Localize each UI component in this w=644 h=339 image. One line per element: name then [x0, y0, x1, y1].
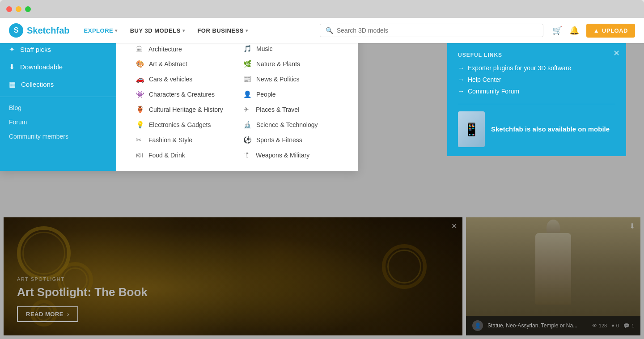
- music-icon: 🎵: [243, 45, 252, 53]
- download-icon: ⬇: [9, 63, 15, 71]
- cars-icon: 🚗: [136, 75, 144, 83]
- useful-links-panel: ✕ USEFUL LINKS → Exporter plugins for yo…: [447, 43, 626, 156]
- cat-science-technology[interactable]: 🔬 Science & Technology: [237, 118, 344, 132]
- upload-icon: ▲: [593, 27, 599, 34]
- nature-icon: 🌿: [243, 60, 252, 68]
- close-button[interactable]: [6, 6, 12, 12]
- cart-icon[interactable]: 🛒: [552, 25, 562, 35]
- logo-text: Sketchfab: [27, 25, 70, 36]
- collections-icon: ▦: [9, 80, 16, 89]
- art-icon: 🎨: [136, 60, 144, 68]
- cat-food-drink[interactable]: 🍽 Food & Drink: [130, 148, 237, 162]
- minimize-button[interactable]: [16, 6, 21, 12]
- places-icon: ✈: [243, 106, 251, 114]
- search-input[interactable]: [337, 27, 538, 34]
- useful-link-community[interactable]: → Community Forum: [458, 88, 615, 95]
- cat-music[interactable]: 🎵 Music: [237, 42, 344, 56]
- cat-sports-fitness[interactable]: ⚽ Sports & Fitness: [237, 133, 344, 147]
- logo[interactable]: S Sketchfab: [9, 23, 70, 38]
- notifications-icon[interactable]: 🔔: [569, 25, 579, 35]
- useful-links-title: USEFUL LINKS: [458, 52, 615, 58]
- weapons-icon: 🗡: [243, 151, 251, 159]
- chevron-down-icon: ▾: [246, 28, 248, 33]
- mobile-screenshot: [458, 111, 485, 147]
- navbar: S Sketchfab EXPLORE ▾ BUY 3D MODELS ▾ FO…: [0, 18, 644, 43]
- characters-icon: 👾: [136, 90, 144, 98]
- sidebar-link-community[interactable]: Community members: [0, 129, 116, 144]
- electronics-icon: 💡: [136, 121, 144, 129]
- mobile-ad: Sketchfab is also available on mobile: [458, 104, 615, 147]
- cat-cultural-heritage[interactable]: 🏺 Cultural Heritage & History: [130, 102, 237, 117]
- chevron-down-icon: ▾: [115, 28, 118, 33]
- cat-architecture[interactable]: 🏛 Architecture: [130, 42, 237, 56]
- search-bar[interactable]: 🔍: [320, 24, 543, 37]
- window-chrome: [0, 0, 644, 18]
- news-icon: 📰: [243, 75, 252, 83]
- useful-link-exporter[interactable]: → Exporter plugins for your 3D software: [458, 64, 615, 72]
- nav-buy-3d-models[interactable]: BUY 3D MODELS ▾: [125, 24, 191, 38]
- arrow-icon: →: [458, 88, 464, 95]
- upload-button[interactable]: ▲ UPLOAD: [586, 24, 635, 38]
- cat-people[interactable]: 👤 People: [237, 87, 344, 102]
- heritage-icon: 🏺: [136, 106, 144, 114]
- fashion-icon: ✂: [136, 136, 144, 144]
- cat-characters-creatures[interactable]: 👾 Characters & Creatures: [130, 87, 237, 102]
- architecture-icon: 🏛: [136, 45, 144, 53]
- food-icon: 🍽: [136, 151, 144, 159]
- cat-electronics[interactable]: 💡 Electronics & Gadgets: [130, 118, 237, 132]
- science-icon: 🔬: [243, 121, 252, 129]
- sidebar-link-blog[interactable]: Blog: [0, 101, 116, 115]
- main-window: S Sketchfab EXPLORE ▾ BUY 3D MODELS ▾ FO…: [0, 18, 644, 339]
- sports-icon: ⚽: [243, 136, 252, 144]
- cat-fashion[interactable]: ✂ Fashion & Style: [130, 133, 237, 147]
- people-icon: 👤: [243, 90, 252, 98]
- sidebar-item-collections[interactable]: ▦ Collections: [0, 76, 116, 93]
- sidebar-link-forum[interactable]: Forum: [0, 115, 116, 129]
- category-column-2: 🛋 Furniture & Home 🎵 Music 🌿 Nature & Pl…: [237, 27, 344, 162]
- useful-link-help[interactable]: → Help Center: [458, 76, 615, 83]
- nav-links: EXPLORE ▾ BUY 3D MODELS ▾ FOR BUSINESS ▾: [79, 24, 311, 38]
- chevron-down-icon: ▾: [182, 28, 185, 33]
- cat-news-politics[interactable]: 📰 News & Politics: [237, 72, 344, 86]
- nav-actions: 🛒 🔔 ▲ UPLOAD: [552, 24, 635, 38]
- sidebar-divider: [0, 97, 116, 97]
- nav-explore[interactable]: EXPLORE ▾: [79, 24, 123, 38]
- nav-for-business[interactable]: FOR BUSINESS ▾: [192, 24, 253, 38]
- cat-cars-vehicles[interactable]: 🚗 Cars & vehicles: [130, 72, 237, 86]
- arrow-icon: →: [458, 64, 464, 72]
- maximize-button[interactable]: [25, 6, 31, 12]
- staff-picks-icon: ✦: [9, 45, 15, 54]
- search-icon: 🔍: [326, 27, 333, 34]
- arrow-icon: →: [458, 76, 464, 83]
- sidebar-item-downloadable[interactable]: ⬇ Downloadable: [0, 58, 116, 76]
- cat-places-travel[interactable]: ✈ Places & Travel: [237, 102, 344, 117]
- logo-icon: S: [9, 23, 23, 38]
- cat-art-abstract[interactable]: 🎨 Art & Abstract: [130, 57, 237, 71]
- category-column-1: 🐾 Animals & Pets 🏛 Architecture 🎨 Art & …: [130, 27, 237, 162]
- cat-nature-plants[interactable]: 🌿 Nature & Plants: [237, 57, 344, 71]
- mobile-ad-text: Sketchfab is also available on mobile: [491, 125, 610, 134]
- sidebar-item-staff-picks[interactable]: ✦ Staff picks: [0, 41, 116, 58]
- cat-weapons-military[interactable]: 🗡 Weapons & Military: [237, 148, 344, 162]
